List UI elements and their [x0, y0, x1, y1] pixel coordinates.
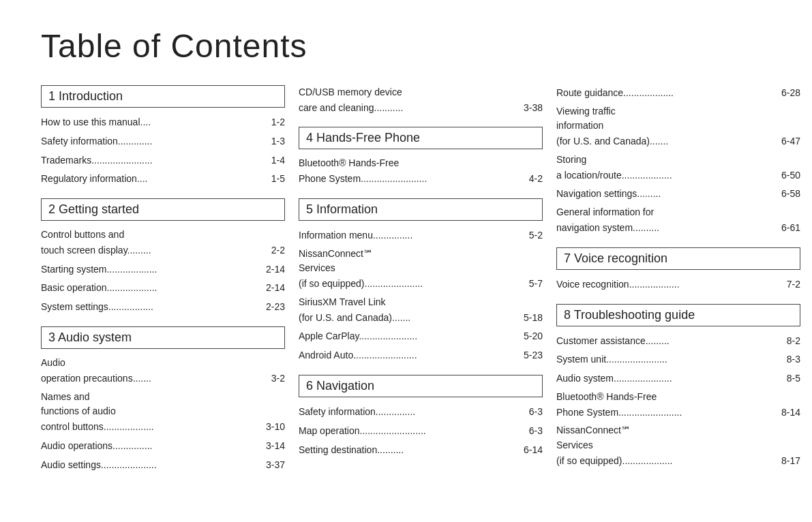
item-label-line: information — [556, 119, 800, 134]
section-items-3-3: Customer assistance.........8-2System un… — [556, 333, 800, 470]
item-label-line: NissanConnect℠ — [556, 423, 800, 438]
section-items-3-1: Route guidance...................6-28Vie… — [556, 85, 800, 236]
item-page: 8-2 — [784, 333, 800, 350]
list-item: Basic operation...................2-14 — [41, 280, 285, 296]
item-page: 1-5 — [269, 171, 285, 187]
list-item: CD/USB memory devicecare and cleaning...… — [299, 85, 543, 116]
item-label: touch screen display......... — [41, 243, 269, 259]
item-label-line: Services — [556, 438, 800, 453]
list-item: System unit.......................8-3 — [556, 352, 800, 368]
item-label-line: Storing — [556, 153, 800, 168]
list-item: Apple CarPlay......................5-20 — [299, 328, 543, 345]
section-box-2-4: 6 Navigation — [299, 375, 543, 397]
item-page: 6-3 — [526, 404, 543, 420]
item-label: navigation system.......... — [556, 220, 779, 236]
item-label: Information menu............... — [299, 228, 526, 244]
list-item: Starting system...................2-14 — [41, 262, 285, 278]
section-box-2-3: 5 Information — [299, 198, 543, 221]
item-label-line: General information for — [556, 205, 800, 220]
item-page: 1-4 — [269, 153, 285, 169]
item-page: 5-18 — [521, 310, 543, 326]
list-item: Control buttons andtouch screen display.… — [41, 228, 285, 258]
item-label: (for U.S. and Canada)....... — [556, 134, 779, 150]
section-items-2-2: Bluetooth® Hands-FreePhone System.......… — [299, 156, 543, 187]
item-label: Regulatory information.... — [41, 171, 269, 187]
item-label: (if so equipped)................... — [556, 453, 779, 470]
item-page: 1-2 — [269, 114, 285, 131]
list-item: Bluetooth® Hands-FreePhone System.......… — [556, 390, 800, 420]
item-label: Map operation......................... — [299, 423, 526, 440]
item-page: 8-3 — [784, 352, 800, 368]
item-label: Android Auto........................ — [299, 348, 521, 364]
list-item: Map operation.........................6-… — [299, 423, 543, 440]
list-item: Audio system......................8-5 — [556, 371, 800, 387]
item-label: Trademarks....................... — [41, 153, 269, 169]
item-label-line: Audio — [41, 356, 285, 371]
item-label: Audio system...................... — [556, 371, 784, 387]
item-label-line: Control buttons and — [41, 228, 285, 243]
item-label: care and cleaning........... — [299, 100, 521, 117]
item-page: 6-50 — [779, 168, 800, 184]
item-page: 8-5 — [784, 371, 800, 387]
list-item: How to use this manual....1-2 — [41, 114, 285, 131]
item-page: 2-2 — [269, 243, 285, 259]
section-items-1-3: Audiooperation precautions.......3-2Name… — [41, 356, 285, 473]
section-box-1-3: 3 Audio system — [41, 326, 285, 349]
list-item: Information menu...............5-2 — [299, 228, 543, 244]
column-2: CD/USB memory devicecare and cleaning...… — [299, 85, 543, 484]
item-label: Customer assistance......... — [556, 333, 784, 350]
item-page: 8-14 — [779, 405, 800, 421]
item-label: control buttons................... — [41, 419, 263, 435]
list-item: Regulatory information....1-5 — [41, 171, 285, 187]
item-page: 6-28 — [779, 85, 800, 102]
item-page: 4-2 — [526, 171, 543, 187]
item-page: 3-2 — [269, 371, 285, 387]
item-label: System unit....................... — [556, 352, 784, 368]
list-item: Audiooperation precautions.......3-2 — [41, 356, 285, 386]
list-item: Audio settings.....................3-37 — [41, 457, 285, 474]
item-label-line: Bluetooth® Hands-Free — [299, 156, 543, 171]
list-item: General information fornavigation system… — [556, 205, 800, 236]
section-items-1-2: Control buttons andtouch screen display.… — [41, 228, 285, 316]
list-item: Names andfunctions of audiocontrol butto… — [41, 390, 285, 435]
item-label-line: functions of audio — [41, 404, 285, 419]
item-page: 6-47 — [779, 134, 800, 150]
item-page: 1-3 — [269, 134, 285, 150]
item-label: Safety information............. — [41, 134, 269, 150]
item-label: a location/route................... — [556, 168, 779, 184]
column-3: Route guidance...................6-28Vie… — [556, 85, 800, 484]
list-item: Bluetooth® Hands-FreePhone System.......… — [299, 156, 543, 187]
item-page: 7-2 — [784, 277, 800, 293]
item-label: Basic operation................... — [41, 280, 263, 296]
section-items-1-1: How to use this manual....1-2Safety info… — [41, 114, 285, 187]
item-label-line: SiriusXM Travel Link — [299, 295, 543, 310]
item-label: Starting system................... — [41, 262, 263, 278]
list-item: NissanConnect℠Services(if so equipped)..… — [299, 247, 543, 292]
toc-grid: 1 IntroductionHow to use this manual....… — [41, 85, 771, 484]
item-page: 2-14 — [263, 280, 285, 296]
item-page: 3-10 — [263, 419, 285, 435]
list-item: Safety information...............6-3 — [299, 404, 543, 420]
item-label: Apple CarPlay...................... — [299, 328, 521, 345]
item-page: 5-7 — [526, 276, 543, 292]
item-label-line: NissanConnect℠ — [299, 247, 543, 262]
list-item: Storinga location/route.................… — [556, 153, 800, 183]
item-page: 3-14 — [263, 438, 285, 455]
item-page: 5-23 — [521, 348, 543, 364]
item-label: Audio operations............... — [41, 438, 263, 455]
item-page: 5-2 — [526, 228, 543, 244]
item-page: 3-37 — [263, 457, 285, 474]
section-items-2-3: Information menu...............5-2Nissan… — [299, 228, 543, 364]
item-label: Safety information............... — [299, 404, 526, 420]
section-items-2-4: Safety information...............6-3Map … — [299, 404, 543, 458]
list-item: Navigation settings.........6-58 — [556, 186, 800, 202]
list-item: Audio operations...............3-14 — [41, 438, 285, 455]
list-item: Customer assistance.........8-2 — [556, 333, 800, 350]
item-page: 6-58 — [779, 186, 800, 202]
item-label-line: Bluetooth® Hands-Free — [556, 390, 800, 405]
item-label: Navigation settings......... — [556, 186, 779, 202]
item-label: How to use this manual.... — [41, 114, 269, 131]
item-page: 6-3 — [526, 423, 543, 440]
item-label: operation precautions....... — [41, 371, 269, 387]
item-label: System settings................. — [41, 299, 263, 316]
